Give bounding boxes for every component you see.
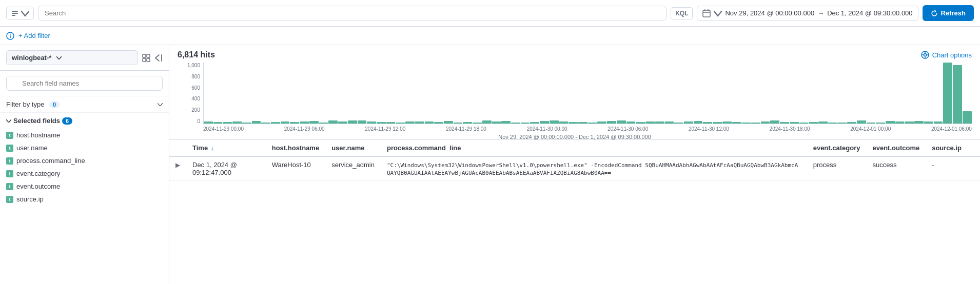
chart-bar xyxy=(405,121,415,124)
selected-fields-count: 6 xyxy=(62,117,72,125)
chart-bar xyxy=(617,120,626,124)
svg-rect-13 xyxy=(147,58,150,62)
field-item[interactable]: t process.command_line xyxy=(0,154,169,167)
category-cell: process xyxy=(807,156,867,181)
chart-bar xyxy=(809,122,818,124)
sidebar-grid-icon[interactable] xyxy=(142,54,150,62)
chart-bar xyxy=(348,120,357,124)
chart-options-button[interactable]: Chart options xyxy=(921,51,972,59)
index-selector-button[interactable] xyxy=(6,7,34,20)
field-type-badge: t xyxy=(6,196,13,203)
chart-bar xyxy=(482,120,492,124)
search-input[interactable] xyxy=(38,6,667,21)
chart-bar xyxy=(636,122,645,124)
field-type-badge: t xyxy=(6,132,13,139)
chart-bar xyxy=(722,121,732,124)
index-icon xyxy=(11,9,19,17)
svg-rect-2 xyxy=(12,15,15,16)
chart-bar xyxy=(780,122,789,124)
hits-count: 6,814 hits xyxy=(178,50,215,59)
th-process[interactable]: process.command_line xyxy=(381,140,807,156)
filter-by-type[interactable]: Filter by type 0 xyxy=(0,96,169,113)
chart-bar xyxy=(886,121,895,124)
chart-bar xyxy=(597,121,606,124)
filter-by-type-label: Filter by type 0 xyxy=(6,100,60,108)
th-username[interactable]: user.name xyxy=(325,140,381,156)
chart-bar xyxy=(530,122,539,124)
chart-bar xyxy=(223,122,232,124)
chart-bar xyxy=(924,121,933,124)
field-type-badge: t xyxy=(6,157,13,165)
chart-bar xyxy=(674,123,683,124)
chart-bar xyxy=(501,121,511,124)
chart-bar xyxy=(425,121,434,124)
chart-bar xyxy=(328,120,338,124)
search-field-input[interactable] xyxy=(6,76,163,91)
field-list: t host.hostname t user.name t process.co… xyxy=(0,129,169,284)
chart-bar xyxy=(204,121,213,124)
chart-bar xyxy=(934,121,943,124)
field-item[interactable]: t event.outcome xyxy=(0,180,169,193)
content-area: 6,814 hits Chart options 1,000 80 xyxy=(169,45,980,284)
chart-bar xyxy=(857,120,866,124)
expand-cell[interactable]: ▶ xyxy=(169,156,186,181)
field-item[interactable]: t host.hostname xyxy=(0,129,169,141)
calendar-chevron-icon xyxy=(714,9,722,17)
add-filter-button[interactable]: + Add filter xyxy=(18,32,50,39)
chart-bar xyxy=(309,121,319,124)
chart-bar xyxy=(290,122,299,124)
chart-bar xyxy=(232,121,242,124)
chart-bar xyxy=(540,121,549,124)
chart-bar xyxy=(713,122,722,124)
chart-bar xyxy=(607,121,616,124)
chart-bar xyxy=(550,120,559,124)
filter-info-icon xyxy=(6,32,14,40)
chart-bar xyxy=(626,121,636,124)
chart-bar xyxy=(569,122,578,124)
th-sourceip[interactable]: source.ip xyxy=(926,140,968,156)
chart-bar xyxy=(761,121,770,124)
chart-y-axis: 1,000 800 600 400 200 0 xyxy=(178,63,203,124)
svg-rect-12 xyxy=(143,58,146,62)
field-item[interactable]: t user.name xyxy=(0,141,169,154)
selected-fields-label: Selected fields xyxy=(13,117,60,125)
chart-options-label: Chart options xyxy=(932,51,972,59)
table-container[interactable]: Time ↓ host.hostname user.name process.c… xyxy=(169,139,980,284)
field-item[interactable]: t source.ip xyxy=(0,193,169,206)
field-item[interactable]: t event.category xyxy=(0,167,169,180)
index-pattern-selector[interactable]: winlogbeat-* xyxy=(6,50,138,65)
chart-bar xyxy=(492,121,501,124)
main-layout: winlogbeat-* xyxy=(0,45,980,284)
hostname-cell: WareHost-10 xyxy=(266,156,325,181)
th-category[interactable]: event.category xyxy=(807,140,867,156)
chart-bar xyxy=(799,123,809,124)
time-cell: Dec 1, 2024 @ 09:12:47.000 xyxy=(186,156,266,181)
th-time[interactable]: Time ↓ xyxy=(186,140,266,156)
kql-button[interactable]: KQL xyxy=(671,7,693,19)
chart-bar xyxy=(559,121,569,124)
date-range-picker[interactable]: Nov 29, 2024 @ 00:00:00.000 → Dec 1, 202… xyxy=(697,6,918,21)
th-hostname[interactable]: host.hostname xyxy=(266,140,325,156)
search-field-wrapper xyxy=(6,76,163,91)
th-outcome[interactable]: event.outcome xyxy=(866,140,926,156)
filter-by-type-badge: 0 xyxy=(49,101,60,108)
svg-rect-11 xyxy=(147,54,150,57)
chart-bar xyxy=(281,121,290,124)
chart-bar xyxy=(367,121,376,124)
chart-bar xyxy=(521,123,530,124)
outcome-cell: success xyxy=(866,156,926,181)
field-type-badge: t xyxy=(6,183,13,190)
chart-bar xyxy=(261,123,270,124)
field-name: event.outcome xyxy=(16,182,60,190)
sidebar-collapse-icon[interactable] xyxy=(154,54,163,62)
chart-bar xyxy=(847,122,856,124)
selected-fields-label-group: Selected fields 6 xyxy=(6,117,72,125)
selected-fields-header[interactable]: Selected fields 6 xyxy=(0,113,169,129)
chart-subtitle: Nov 29, 2024 @ 00:00:00.000 - Dec 1, 202… xyxy=(178,132,972,140)
refresh-button[interactable]: Refresh xyxy=(923,5,974,21)
chart-bar xyxy=(895,121,905,124)
svg-rect-3 xyxy=(703,10,710,17)
svg-rect-1 xyxy=(12,13,18,14)
th-actions xyxy=(968,140,980,156)
hits-bar: 6,814 hits Chart options xyxy=(169,45,980,63)
